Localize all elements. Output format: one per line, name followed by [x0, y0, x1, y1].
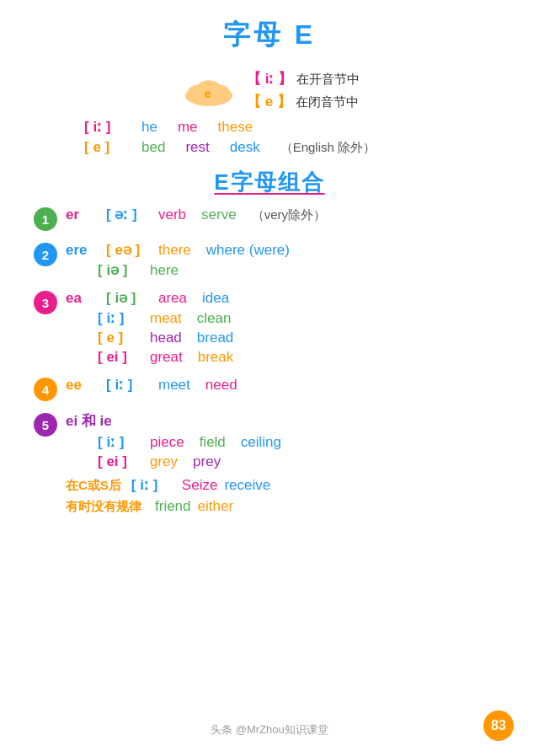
combo-ei-ie-header: ei 和 ie [66, 411, 281, 431]
phoneme-ea-3: [ e ] [98, 330, 135, 346]
svg-text:e: e [205, 87, 211, 100]
word-here: here [150, 262, 179, 279]
closed-syllable-rule: 【 e 】 在闭音节中 [247, 92, 360, 111]
letters-ee: ee [66, 377, 91, 394]
combo-er-rows: er [ əː ] verb serve （very除外） [66, 206, 326, 223]
combo-ea-row-2: [ iː ] meat clean [98, 309, 233, 327]
page-number: 83 [483, 710, 514, 741]
phoneme-er: [ əː ] [106, 206, 143, 223]
phonics-intro: e 【 iː 】 在开音节中 【 e 】 在闭音节中 [34, 69, 505, 111]
note-english: （English 除外） [280, 140, 376, 156]
phoneme-ere-1: [ eə ] [106, 241, 143, 259]
word-field: field [200, 434, 226, 451]
combo-er-row-1: er [ əː ] verb serve （very除外） [66, 206, 326, 223]
combo-ere: 2 ere [ eə ] there where (were) [ iə ] h… [34, 241, 505, 279]
word-these: these [218, 119, 253, 136]
phoneme-ea-2: [ iː ] [98, 309, 135, 327]
word-prey: prey [193, 453, 221, 470]
combo-er: 1 er [ əː ] verb serve （very除外） [34, 206, 505, 231]
word-clean: clean [197, 310, 232, 327]
footer-note-1: 在C或S后 [ iː ] Seize receive [66, 476, 281, 494]
word-desk: desk [230, 139, 260, 156]
phoneme-ea-4: [ ei ] [98, 349, 135, 366]
watermark: 头条 @MrZhou知识课堂 [211, 722, 328, 737]
phoneme-rules: 【 iː 】 在开音节中 【 e 】 在闭音节中 [247, 69, 360, 111]
phoneme-ea-1: [ iə ] [106, 289, 143, 307]
word-serve: serve [201, 206, 237, 223]
letters-ei-ie: ei 和 ie [66, 411, 112, 431]
phoneme-ere-2: [ iə ] [98, 261, 135, 279]
combo-ee: 4 ee [ iː ] meet need [34, 376, 505, 401]
word-he: he [141, 119, 157, 136]
open-syllable-rule: 【 iː 】 在开音节中 [247, 69, 360, 88]
word-meet: meet [158, 377, 190, 394]
footer-note-2: 有时没有规律 friend either [66, 498, 281, 515]
label-no-rule: 有时没有规律 [66, 499, 141, 515]
label-cs: 在C或S后 [66, 478, 121, 494]
combo-ea: 3 ea [ iə ] area idea [ iː ] meat clean … [34, 289, 505, 366]
word-me: me [178, 119, 198, 136]
combo-ea-row-4: [ ei ] great break [98, 349, 233, 366]
word-friend: friend [155, 498, 191, 515]
word-idea: idea [202, 290, 229, 307]
word-rest: rest [185, 139, 209, 156]
word-grey: grey [150, 453, 178, 470]
phoneme-ee: [ iː ] [106, 376, 143, 394]
combo-ei-ie-row-2: [ ei ] grey prey [98, 453, 281, 470]
phoneme-ei-2: [ ei ] [98, 453, 135, 470]
phoneme-footer-1: [ iː ] [131, 476, 168, 494]
phoneme-2: [ e ] [84, 139, 121, 156]
letters-ea: ea [66, 290, 91, 307]
circle-3: 3 [34, 291, 57, 314]
combo-ea-rows: ea [ iə ] area idea [ iː ] meat clean [ … [66, 289, 233, 366]
word-break: break [198, 349, 234, 366]
combo-ee-rows: ee [ iː ] meet need [66, 376, 237, 394]
letters-ere: ere [66, 242, 91, 259]
examples-section: [ iː ] he me these [ e ] bed rest desk （… [84, 118, 505, 156]
word-head: head [150, 330, 182, 346]
word-bed: bed [141, 139, 165, 156]
combo-ere-rows: ere [ eə ] there where (were) [ iə ] her… [66, 241, 290, 279]
word-seize: Seize [182, 477, 218, 494]
circle-4: 4 [34, 378, 57, 401]
word-ceiling: ceiling [241, 434, 281, 451]
word-where: where (were) [206, 242, 290, 259]
word-meat: meat [150, 310, 182, 327]
example-row-1: [ iː ] he me these [84, 118, 505, 136]
example-row-2: [ e ] bed rest desk （English 除外） [84, 139, 505, 156]
word-verb: verb [158, 206, 186, 223]
letters-er: er [66, 206, 91, 223]
combo-ee-row-1: ee [ iː ] meet need [66, 376, 237, 394]
combo-ea-row-3: [ e ] head bread [98, 330, 233, 346]
section-title: E字母组合 [34, 168, 505, 197]
word-piece: piece [150, 434, 184, 451]
combo-ere-row-2: [ iə ] here [98, 261, 290, 279]
cloud-illustration: e [179, 69, 238, 111]
phoneme-ei-1: [ iː ] [98, 433, 135, 451]
word-bread: bread [197, 330, 233, 346]
phoneme-1: [ iː ] [84, 118, 121, 136]
word-need: need [205, 377, 237, 394]
word-area: area [158, 290, 187, 307]
word-either: either [198, 498, 234, 515]
combo-ei-ie: 5 ei 和 ie [ iː ] piece field ceiling [ e… [34, 411, 505, 515]
word-there: there [158, 242, 191, 259]
circle-5: 5 [34, 413, 57, 437]
word-receive: receive [224, 477, 270, 494]
combo-ea-row-1: ea [ iə ] area idea [66, 289, 233, 307]
circle-2: 2 [34, 243, 57, 266]
word-great: great [150, 349, 183, 366]
combo-ei-ie-row-1: [ iː ] piece field ceiling [98, 433, 281, 451]
circle-1: 1 [34, 207, 57, 231]
page-title: 字母 E [34, 17, 505, 54]
combo-ere-row-1: ere [ eə ] there where (were) [66, 241, 290, 259]
combo-ei-ie-rows: ei 和 ie [ iː ] piece field ceiling [ ei … [66, 411, 281, 515]
note-very: （very除外） [252, 207, 326, 223]
